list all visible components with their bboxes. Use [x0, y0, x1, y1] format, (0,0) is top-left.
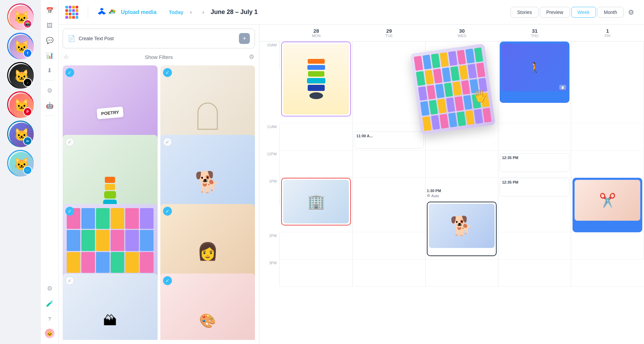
wed-auto-text: Auto: [431, 194, 439, 198]
time-2pm: 2PM: [259, 232, 280, 260]
sidebar-item-profile[interactable]: 🐱: [43, 327, 56, 340]
friday-blue-event[interactable]: ✂️: [573, 178, 642, 232]
cal-scroll-area: 10AM 10:00 AM ⚙ Auto: [259, 42, 644, 344]
monday-red-event[interactable]: 🏢: [281, 178, 351, 225]
cal-fri-2pm: [571, 232, 644, 260]
media-panel: 📄 Create Text Post + ☆ Show Filters ⚙ PO…: [59, 25, 259, 344]
icon-sidebar: 📅 🖼 💬 📊 ⬇ ⚙ 🤖 ⚙ 🧪 ? 🐱: [41, 0, 59, 344]
day-header-tue: 29 TUE: [353, 25, 425, 41]
top-header: Upload media Today ‹ › June 28 – July 1 …: [59, 0, 644, 25]
create-post-label: Create Text Post: [79, 36, 236, 41]
media-checkbox-balloon[interactable]: ✓: [163, 138, 172, 146]
time-col-header: [259, 25, 280, 41]
sidebar-item-analytics[interactable]: 📊: [43, 49, 56, 62]
media-checkbox-keyboard[interactable]: ✓: [65, 207, 74, 216]
day-name-mon: MON: [283, 34, 350, 38]
day-header-mon: 28 MON: [280, 25, 353, 41]
thursday-blue-event[interactable]: 🚶 📋: [500, 42, 569, 103]
sidebar-divider-2: [45, 115, 54, 116]
media-item-craft[interactable]: 🎨 ✓: [160, 273, 255, 340]
thu-1pm-event[interactable]: 12:35 PM: [500, 178, 569, 197]
cal-mon-10am[interactable]: 10:00 AM ⚙ Auto: [280, 42, 353, 123]
monday-colorful-event[interactable]: [281, 42, 351, 116]
cal-thu-3pm: [498, 260, 571, 287]
tue-11am-event[interactable]: 11:00 A...: [354, 131, 424, 148]
time-1pm: 1PM: [259, 178, 280, 205]
media-checkbox-craft[interactable]: ✓: [163, 276, 172, 285]
avatar-facebook[interactable]: 🐱 f: [7, 33, 34, 59]
hand-cursor-icon: 🖐: [472, 88, 488, 104]
week-button[interactable]: Week: [571, 7, 596, 18]
upload-media-button[interactable]: Upload media: [121, 9, 157, 15]
media-grid: POETRY ✓ ✓: [63, 65, 255, 340]
cal-grid-inner: 10AM 10:00 AM ⚙ Auto: [259, 42, 644, 287]
sidebar-item-calendar[interactable]: 📅: [43, 4, 56, 17]
body-split: 📄 Create Text Post + ☆ Show Filters ⚙ PO…: [59, 25, 644, 344]
avatar-sidebar: 🐱 📸 🐱 f 🐱 ♪ 🐱 P 🐱 in 🐱 🐦: [0, 0, 41, 344]
month-button[interactable]: Month: [597, 7, 624, 18]
avatar-linkedin[interactable]: 🐱 in: [7, 121, 34, 147]
cal-mon-1pm[interactable]: 12:35 PM ⚙ Auto 🏢: [280, 178, 353, 232]
day-name-tue: TUE: [355, 34, 423, 38]
cal-thu-10am[interactable]: 10:00 AM ⚙ Auto 🚶 📋: [498, 42, 571, 123]
avatar-pinterest[interactable]: 🐱 P: [7, 91, 34, 118]
sidebar-item-settings[interactable]: ⚙: [43, 282, 56, 295]
media-checkbox-poetry[interactable]: ✓: [65, 68, 74, 77]
wednesday-balloon-event[interactable]: 🐕: [427, 202, 497, 256]
media-checkbox-woman[interactable]: ✓: [163, 207, 172, 216]
sidebar-item-robot[interactable]: 🤖: [43, 99, 56, 112]
calendar-area: 28 MON 29 TUE 30 WED 31 THU 1 FRI: [259, 25, 644, 344]
wed-1:30pm-time: 1:30 PM: [427, 188, 497, 193]
cal-tue-11am[interactable]: 11:00 A...: [353, 123, 425, 151]
cal-fri-1pm[interactable]: 12:35 PM ⚙ Auto ✂️: [571, 178, 644, 232]
thu-12pm-time: 12:35 PM: [502, 156, 567, 160]
sidebar-item-flask[interactable]: 🧪: [43, 297, 56, 310]
media-item-landscape[interactable]: 🏔 ✓: [63, 273, 158, 340]
wed-1:30pm-event[interactable]: 1:30 PM ⚙ Auto: [427, 188, 497, 198]
main-content: Upload media Today ‹ › June 28 – July 1 …: [59, 0, 644, 344]
filter-icon[interactable]: ⚙: [249, 53, 254, 61]
today-button[interactable]: Today: [169, 9, 183, 15]
thu-event-badge: 📋: [559, 85, 566, 90]
media-checkbox-arch[interactable]: ✓: [163, 68, 172, 77]
cal-tue-3pm: [353, 260, 425, 287]
avatar-tiktok[interactable]: 🐱 ♪: [7, 62, 34, 89]
cal-tue-1pm: [353, 178, 425, 232]
create-post-plus-button[interactable]: +: [239, 33, 250, 44]
time-11am: 11AM: [259, 123, 280, 151]
prev-arrow[interactable]: ‹: [186, 7, 196, 17]
thu-12pm-event[interactable]: 12:35 PM: [500, 153, 569, 172]
star-icon[interactable]: ☆: [63, 53, 69, 61]
time-3pm: 3PM: [259, 260, 280, 287]
sidebar-item-download[interactable]: ⬇: [43, 64, 56, 77]
avatar-instagram[interactable]: 🐱 📸: [7, 3, 34, 30]
day-header-thu: 31 THU: [498, 25, 571, 41]
cal-wed-1pm[interactable]: 1:30 PM ⚙ Auto 🐕: [425, 178, 498, 232]
settings-gear-icon[interactable]: ⚙: [625, 6, 637, 18]
day-num-tue: 29: [355, 28, 423, 34]
header-divider: [88, 6, 88, 18]
day-num-mon: 28: [283, 28, 350, 34]
preview-button[interactable]: Preview: [540, 7, 570, 18]
gdrive-icon[interactable]: [109, 7, 117, 17]
media-checkbox-landscape[interactable]: ✓: [65, 276, 74, 285]
show-filters-button[interactable]: Show Filters: [72, 54, 245, 60]
sidebar-item-cogwheel[interactable]: ⚙: [43, 84, 56, 97]
cal-wed-10am[interactable]: 🖐: [425, 42, 498, 123]
day-name-fri: FRI: [574, 34, 641, 38]
sidebar-item-gallery[interactable]: 🖼: [43, 19, 56, 32]
sidebar-divider-1: [45, 80, 54, 81]
sidebar-item-messages[interactable]: 💬: [43, 34, 56, 47]
create-post-bar[interactable]: 📄 Create Text Post +: [63, 29, 255, 48]
cal-thu-1pm[interactable]: 12:35 PM: [498, 178, 571, 232]
cal-mon-12pm: [280, 151, 353, 178]
wed-1:30pm-auto: ⚙ Auto: [427, 193, 497, 198]
next-arrow[interactable]: ›: [198, 7, 208, 17]
dropbox-icon[interactable]: [98, 7, 106, 17]
cal-thu-12pm[interactable]: 12:35 PM: [498, 151, 571, 178]
wed-auto-icon: ⚙: [427, 193, 430, 198]
media-checkbox-balance[interactable]: ✓: [65, 138, 74, 146]
avatar-twitter[interactable]: 🐱 🐦: [7, 150, 34, 176]
sidebar-item-help[interactable]: ?: [43, 312, 56, 325]
stories-button[interactable]: Stories: [511, 7, 538, 18]
